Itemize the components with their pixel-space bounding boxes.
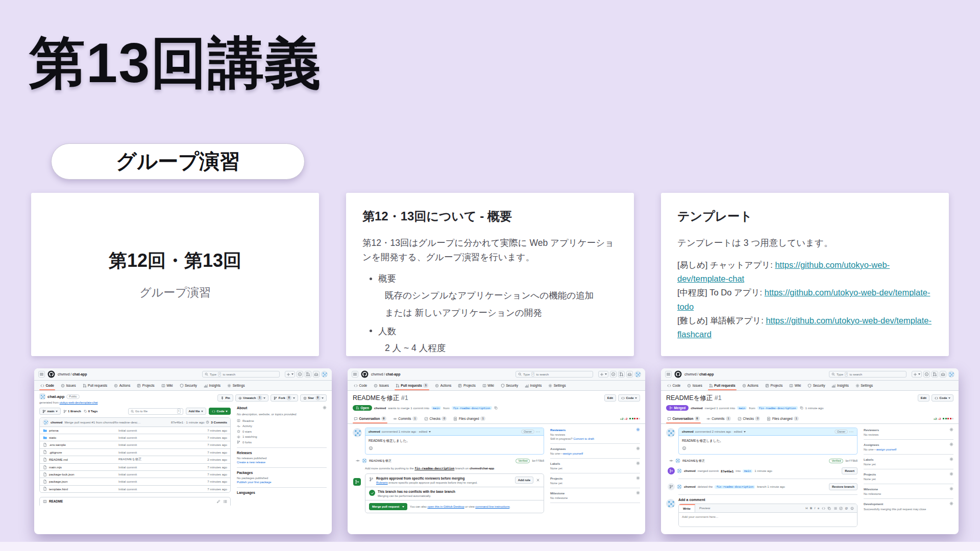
file-link[interactable]: .env.sample [43,443,118,447]
inbox-button[interactable] [940,371,946,378]
pin-button[interactable]: Pin [217,394,233,402]
hamburger-button[interactable] [352,371,358,378]
restore-branch-button[interactable]: Restore branch [829,483,857,490]
branch-name[interactable]: fix-readme-description [414,467,454,470]
gear-icon[interactable] [636,428,640,432]
gear-icon[interactable] [949,428,953,432]
tab-commits[interactable]: Commits1 [705,414,732,423]
copy-icon[interactable] [494,406,498,410]
about-stars-link[interactable]: 0 stars [237,430,327,433]
tab-projects[interactable]: Projects [764,381,783,390]
packages-title[interactable]: Packages [237,471,327,474]
assign-yourself-link[interactable]: assign yourself [563,452,583,455]
convert-to-draft-link[interactable]: Convert to draft [573,437,594,440]
base-branch-chip[interactable]: main [743,469,752,473]
unwatch-button[interactable]: Unwatch1 [235,394,269,402]
tab-checks[interactable]: Checks0 [423,414,448,423]
file-link[interactable]: .gitignore [43,450,118,454]
issues-dashboard-button[interactable] [923,371,930,378]
base-branch-chip[interactable]: main [431,406,441,410]
comment-author[interactable]: chvmvd [369,430,380,433]
deleted-branch-chip[interactable]: fix-readme-description [715,485,755,489]
kebab-menu[interactable]: ··· [536,430,541,433]
search-input[interactable]: Type / to search [202,371,280,378]
about-readme-link[interactable]: Readme [237,419,327,422]
generated-from-link[interactable]: utokyo-web-dev/template-chat [60,401,98,404]
publish-package-link[interactable]: Publish your first package [237,481,327,484]
gear-icon[interactable] [636,491,640,495]
add-rule-button[interactable]: Add rule [515,477,533,484]
repo-name[interactable]: chvmvd/chat-app [470,467,494,470]
file-link[interactable]: README.md [43,458,118,462]
commit-count[interactable]: 3 Commits [211,420,227,424]
gear-icon[interactable] [949,502,953,506]
smiley-icon[interactable] [682,446,687,450]
gear-icon[interactable] [949,457,953,461]
tab-settings[interactable]: Settings [547,381,567,390]
tab-issues[interactable]: Issues [686,381,703,390]
breadcrumb[interactable]: chvmvd / chat-app [58,372,87,376]
heading-icon[interactable]: H [805,507,807,510]
pull-requests-dashboard-button[interactable] [305,371,311,378]
commit-hash-time[interactable]: 87e46e1 · 1 minute ago [171,420,204,424]
file-link[interactable]: package-lock.json [43,472,118,477]
github-logo-icon[interactable] [47,370,55,378]
rulesets-link[interactable]: Rulesets [376,481,388,484]
pr-author[interactable]: chvmvd [691,406,702,410]
head-branch-chip[interactable]: fix-readme-description [757,406,798,410]
commit-entry-hash[interactable]: beff9b8 [845,459,857,462]
file-commit-message[interactable]: Initial commit [118,436,195,439]
tags-count[interactable]: 0 Tags [84,410,98,413]
cli-instructions-link[interactable]: command line instructions [475,505,509,508]
github-logo-icon[interactable] [361,370,369,378]
pencil-icon[interactable] [216,499,220,504]
merge-pull-request-button[interactable]: Merge pull request [369,503,407,510]
tab-wiki[interactable]: Wiki [788,381,802,390]
commit-entry-hash[interactable]: beff9b8 [532,459,544,462]
create-new-button[interactable] [598,371,608,378]
gear-icon[interactable] [949,472,953,476]
tab-commits[interactable]: Commits1 [392,414,419,423]
tab-pull-requests[interactable]: Pull requests1 [395,381,429,390]
file-commit-message[interactable]: Initial commit [118,480,195,483]
avatar[interactable] [948,371,954,378]
edit-button[interactable]: Edit [604,394,616,402]
commit-entry-message[interactable]: READMEを修正 [682,459,705,463]
file-link[interactable]: main.mjs [43,465,118,469]
tab-insights[interactable]: Insights [203,381,222,390]
tab-security[interactable]: Security [500,381,519,390]
github-logo-icon[interactable] [674,370,682,378]
gear-icon[interactable] [636,461,640,465]
tasklist-icon[interactable] [839,507,843,510]
pr-author[interactable]: chvmvd [374,406,386,410]
code-button[interactable]: Code [209,408,231,415]
pull-requests-dashboard-button[interactable] [618,371,625,378]
revert-button[interactable]: Revert [842,467,857,474]
smiley-icon[interactable] [369,446,373,450]
comment-textarea[interactable] [679,513,857,526]
tab-code[interactable]: Code [39,381,55,390]
hamburger-button[interactable] [665,371,672,378]
bold-icon[interactable]: B [810,507,812,510]
italic-icon[interactable]: I [815,507,816,510]
file-link[interactable]: prisma [43,429,118,433]
tab-insights[interactable]: Insights [830,381,849,390]
inbox-button[interactable] [626,371,633,378]
file-commit-message[interactable]: Initial commit [118,429,195,432]
tab-settings[interactable]: Settings [854,381,874,390]
commit-author[interactable]: chvmvd [51,420,62,424]
tab-write[interactable]: Write [679,504,695,512]
search-input[interactable]: Type / to search [516,371,593,378]
tab-settings[interactable]: Settings [226,381,246,390]
avatar[interactable] [321,371,328,378]
tab-projects[interactable]: Projects [457,381,476,390]
search-input[interactable]: Type / to search [829,371,906,378]
file-commit-message[interactable]: Initial commit [118,472,195,476]
tab-security[interactable]: Security [179,381,198,390]
tab-pull-requests[interactable]: Pull requests [82,381,109,390]
code-icon[interactable] [822,507,825,510]
breadcrumb[interactable]: chvmvd / chat-app [684,372,714,376]
go-to-file-input[interactable]: Go to file t [128,408,183,415]
gear-icon[interactable] [636,476,640,480]
readme-label[interactable]: README [49,499,63,503]
